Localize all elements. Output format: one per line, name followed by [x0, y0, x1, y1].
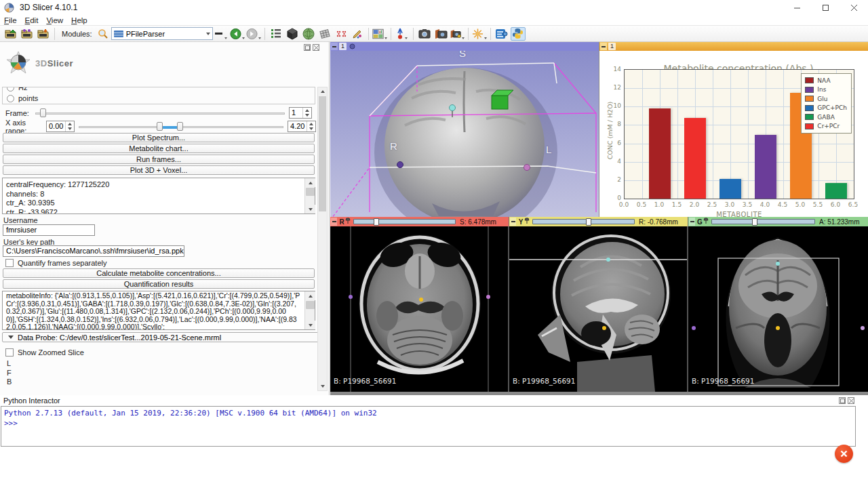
slice-slider-handle[interactable]: [752, 218, 757, 226]
threed-view-header[interactable]: 1: [330, 42, 599, 51]
python-close-icon[interactable]: [848, 397, 854, 404]
slice-controller-green[interactable]: G A: 51.233mm: [688, 217, 868, 226]
chart-bar-GPC+PCh[interactable]: [719, 179, 741, 199]
xrange-max-spinbox[interactable]: 4.20: [288, 121, 316, 132]
metabolite-info-textarea[interactable]: metaboliteInfo: {'Ala':[(0.913,1.55,0.10…: [2, 291, 315, 330]
maximize-button[interactable]: [811, 0, 840, 15]
models-module-icon[interactable]: [301, 27, 316, 41]
module-list-icon[interactable]: [214, 27, 229, 41]
markers-icon[interactable]: [334, 27, 349, 41]
radio-hz[interactable]: Hz: [7, 87, 315, 92]
panel-scrollbar[interactable]: [317, 87, 328, 391]
slice-slider-handle[interactable]: [586, 218, 591, 226]
keypath-input[interactable]: C:\Users\FranciscoMarcano\.ssh\fmrsiuser…: [3, 245, 184, 257]
chart-bar-NAA[interactable]: [649, 108, 670, 199]
xrange-slider-handle-high[interactable]: [177, 122, 183, 131]
chart-bar-Ins[interactable]: [755, 135, 776, 199]
scrollbar[interactable]: [304, 178, 315, 214]
gridline: [748, 70, 749, 199]
slice-view-axial[interactable]: B: P19968_56691: [330, 226, 509, 392]
slice-collapse-icon[interactable]: [689, 218, 695, 226]
slice-controller-yellow[interactable]: Y R: -0.768mm: [509, 217, 688, 226]
chart-plot-area[interactable]: NAAInsGluGPC+PChGABACr+PCr: [624, 69, 854, 199]
python-float-icon[interactable]: [839, 397, 846, 404]
slice-view-coronal[interactable]: B: P19968_56691: [688, 226, 868, 392]
dicom-icon[interactable]: [20, 27, 35, 41]
spin-down-icon[interactable]: [303, 113, 311, 119]
xrange-slider[interactable]: [79, 122, 283, 131]
module-selector[interactable]: PFileParser: [111, 27, 213, 40]
extensions-manager-icon[interactable]: [494, 27, 509, 41]
python-console[interactable]: Python 2.7.13 (default, Jan 15 2019, 22:…: [1, 406, 856, 447]
slice-collapse-icon[interactable]: [510, 218, 516, 226]
panel-close-icon[interactable]: [313, 44, 319, 51]
screenshot-icon[interactable]: [417, 27, 432, 41]
slice-offset-slider[interactable]: [711, 219, 815, 224]
slice-pin-icon[interactable]: [703, 218, 709, 226]
slice-pin-icon[interactable]: [524, 218, 530, 226]
scene-view-add-icon[interactable]: [433, 27, 448, 41]
menu-file[interactable]: File: [0, 16, 21, 24]
scrollbar[interactable]: [304, 291, 315, 329]
plot-spectrum-button[interactable]: Plot Spectrum...: [3, 133, 315, 142]
threed-view[interactable]: 1: [330, 42, 599, 217]
menu-edit[interactable]: Edit: [21, 16, 43, 24]
annotate-icon[interactable]: [350, 27, 365, 41]
slice-offset-slider[interactable]: [532, 219, 635, 224]
view-collapse-icon[interactable]: [331, 43, 338, 50]
spin-up-icon[interactable]: [307, 121, 315, 127]
slice-pin-icon[interactable]: [345, 218, 351, 226]
load-data-icon[interactable]: [3, 27, 18, 41]
forward-icon[interactable]: [246, 27, 261, 41]
back-icon[interactable]: [230, 27, 245, 41]
slice-view-sagittal[interactable]: B: P19968_56691: [509, 226, 688, 392]
frame-slider[interactable]: [35, 108, 285, 118]
view-pin-icon[interactable]: [349, 43, 355, 51]
frame-slider-handle[interactable]: [40, 108, 46, 117]
chart-view[interactable]: 1 Metabolite concentration (Abs.) NAAIns…: [599, 42, 868, 217]
cube-module-icon[interactable]: [285, 27, 300, 41]
save-icon[interactable]: [36, 27, 51, 41]
minimize-button[interactable]: [783, 0, 811, 15]
xrange-slider-handle-low[interactable]: [157, 122, 163, 131]
header-info-textarea[interactable]: centralFrequency: 1277125220 channels: 8…: [2, 178, 315, 214]
spin-up-icon[interactable]: [66, 121, 74, 127]
calculate-concentrations-button[interactable]: Calculate metabolite concentrations...: [3, 268, 315, 278]
python-console-icon[interactable]: [511, 27, 526, 41]
module-history-icon[interactable]: [269, 27, 283, 41]
scene-view-restore-icon[interactable]: [450, 27, 465, 41]
spin-down-icon[interactable]: [307, 127, 315, 132]
radio-points[interactable]: points: [7, 94, 315, 103]
username-input[interactable]: fmrsiuser: [3, 224, 95, 236]
metabolite-chart-button[interactable]: Metabolite chart...: [3, 144, 315, 153]
threed-canvas[interactable]: [330, 51, 599, 217]
menu-help[interactable]: Help: [67, 16, 92, 24]
slice-controller-red[interactable]: R S: 6.478mm: [330, 217, 509, 226]
view-collapse-icon[interactable]: [600, 43, 607, 50]
quantification-results-button[interactable]: Quantification results: [3, 279, 315, 289]
run-frames-button[interactable]: Run frames...: [3, 155, 315, 164]
search-icon[interactable]: [96, 27, 111, 41]
menu-view[interactable]: View: [42, 16, 67, 24]
plot-3d-voxel-button[interactable]: Plot 3D + Voxel...: [3, 165, 315, 175]
slice-collapse-icon[interactable]: [331, 218, 337, 226]
chart-bar-Cr+PCr[interactable]: [684, 118, 705, 199]
slice-stack-icon[interactable]: [317, 27, 332, 41]
layout-selector-icon[interactable]: [372, 27, 387, 41]
spin-down-icon[interactable]: [66, 127, 74, 132]
mouse-interaction-icon[interactable]: [395, 27, 410, 41]
panel-float-icon[interactable]: [304, 44, 311, 51]
chart-bar-GABA[interactable]: [825, 183, 846, 199]
slice-slider-handle[interactable]: [374, 218, 379, 226]
spin-up-icon[interactable]: [303, 108, 311, 113]
close-button[interactable]: [840, 0, 868, 15]
quantify-checkbox[interactable]: Quantify frames separately: [5, 259, 106, 267]
chart-view-header[interactable]: 1: [599, 42, 868, 51]
crosshair-icon[interactable]: [472, 27, 487, 41]
frame-spinbox[interactable]: 1: [289, 107, 312, 119]
xrange-min-spinbox[interactable]: 0.00: [46, 121, 75, 132]
show-zoomed-slice-checkbox[interactable]: Show Zoomed Slice: [5, 348, 84, 357]
slice-offset-slider[interactable]: [353, 219, 456, 224]
python-close-button[interactable]: [835, 445, 853, 463]
data-probe-header[interactable]: Data Probe: C:/dev/0.test/slicerTest...2…: [2, 332, 326, 342]
